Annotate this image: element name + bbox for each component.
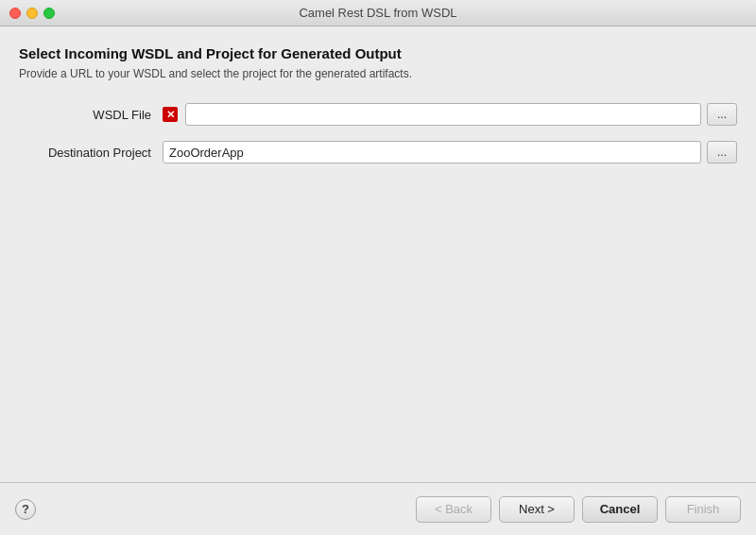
close-button[interactable] <box>9 8 21 19</box>
wsdl-input-wrapper: ✕ ... <box>163 103 737 126</box>
help-button[interactable]: ? <box>15 499 36 520</box>
wsdl-input[interactable] <box>185 103 701 126</box>
wsdl-file-row: WSDL File ✕ ... <box>19 103 737 126</box>
dialog-heading: Select Incoming WSDL and Project for Gen… <box>19 45 737 61</box>
maximize-button[interactable] <box>43 8 55 19</box>
window-title: Camel Rest DSL from WSDL <box>299 6 456 20</box>
cancel-button[interactable]: Cancel <box>582 496 658 523</box>
minimize-button[interactable] <box>26 8 38 19</box>
destination-project-row: Destination Project ... <box>19 141 737 164</box>
destination-browse-button[interactable]: ... <box>707 141 737 164</box>
destination-input[interactable] <box>163 141 701 164</box>
wsdl-label: WSDL File <box>19 108 151 122</box>
form-area: WSDL File ✕ ... Destination Project ... <box>19 103 737 164</box>
title-bar: Camel Rest DSL from WSDL <box>0 0 756 26</box>
wsdl-error-container: ✕ <box>163 103 701 126</box>
destination-input-wrapper: ... <box>163 141 737 164</box>
back-button[interactable]: < Back <box>416 496 491 523</box>
dialog-subtext: Provide a URL to your WSDL and select th… <box>19 67 737 80</box>
next-button[interactable]: Next > <box>499 496 575 523</box>
finish-button[interactable]: Finish <box>665 496 741 523</box>
dialog-content: Select Incoming WSDL and Project for Gen… <box>0 26 756 482</box>
bottom-bar: ? < Back Next > Cancel Finish <box>0 482 756 535</box>
wsdl-browse-button[interactable]: ... <box>707 103 737 126</box>
destination-label: Destination Project <box>19 146 151 160</box>
wsdl-error-icon: ✕ <box>163 107 178 122</box>
bottom-buttons: < Back Next > Cancel Finish <box>416 496 741 523</box>
window-controls <box>9 8 55 19</box>
